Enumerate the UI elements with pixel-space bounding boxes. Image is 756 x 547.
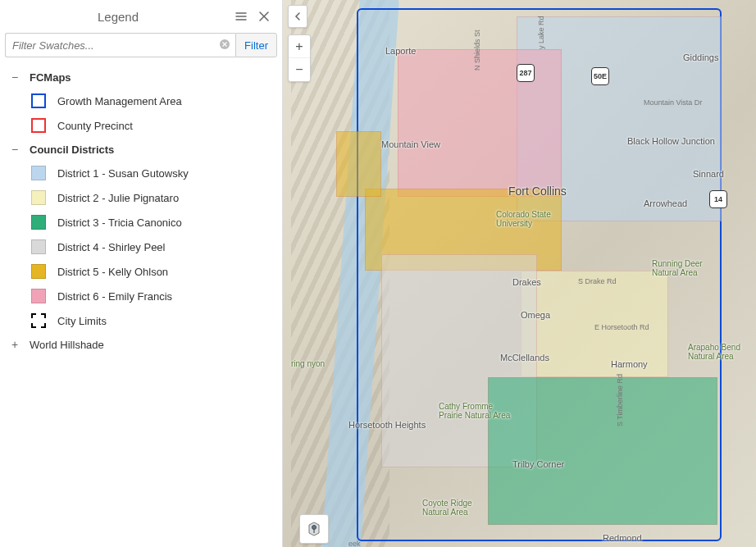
svg-point-1 [312, 526, 317, 530]
group-label: Council Districts [30, 144, 114, 156]
group-label: World Hillshade [30, 339, 104, 351]
road-label: S Drake Rd [578, 277, 617, 285]
place-label: Black Hollow Junction [627, 136, 715, 146]
legend-item-d5[interactable]: District 5 - Kelly Ohlson [0, 259, 282, 284]
highway-shield: 287 [517, 64, 535, 82]
legend-title: Legend [10, 10, 226, 24]
swatch [31, 166, 46, 180]
natural-area-label: Arapaho Bend Natural Area [688, 343, 756, 361]
collapse-icon: − [8, 71, 21, 84]
item-label: District 3 - Tricia Canonico [57, 217, 182, 229]
item-label: District 2 - Julie Pignataro [57, 192, 179, 204]
legend-header: Legend [0, 0, 282, 33]
natural-area-label: Running Deer Natural Area [652, 259, 726, 277]
road-label: N Shields St [473, 30, 481, 71]
legend-item-d4[interactable]: District 4 - Shirley Peel [0, 235, 282, 259]
item-label: District 6 - Emily Francis [57, 290, 172, 303]
natural-area-label: ring nyon [291, 359, 325, 368]
highway-shield: 50E [591, 67, 609, 85]
place-label: Harmony [611, 359, 648, 369]
legend-body: − FCMaps Growth Management Area County P… [0, 62, 282, 547]
legend-item-precinct[interactable]: County Precinct [0, 113, 282, 138]
zoom-control: + − [288, 34, 311, 82]
filter-row: Filter [0, 33, 282, 62]
swatch [31, 264, 46, 279]
item-label: Growth Management Area [57, 95, 182, 107]
collapse-icon: − [8, 143, 21, 156]
place-label: Redmond [603, 533, 642, 543]
legend-item-d6[interactable]: District 6 - Emily Francis [0, 284, 282, 308]
swatch [31, 190, 46, 205]
item-label: County Precinct [57, 120, 133, 132]
road-label: E Horsetooth Rd [594, 323, 649, 331]
district-6 [398, 49, 562, 197]
item-label: City Limits [57, 315, 107, 327]
item-label: District 4 - Shirley Peel [57, 241, 165, 253]
highway-shield: 14 [709, 190, 727, 208]
place-label: Giddings [683, 52, 718, 62]
zoom-out-button[interactable]: − [289, 58, 310, 81]
city-label: Fort Collins [508, 185, 567, 198]
basemap-button[interactable] [299, 514, 329, 544]
road-label: Mountain Vista Dr [644, 98, 702, 107]
legend-item-d2[interactable]: District 2 - Julie Pignataro [0, 185, 282, 210]
place-label: Sinnard [693, 169, 724, 179]
filter-button[interactable]: Filter [235, 33, 277, 57]
place-label: Horsetooth Heights [348, 420, 426, 430]
place-label: McClellands [500, 353, 549, 362]
road-label: S Timberline Rd [616, 374, 624, 426]
swatch-outline-blue [31, 93, 46, 108]
legend-item-d3[interactable]: District 3 - Tricia Canonico [0, 210, 282, 235]
natural-area-label: Colorado State University [496, 210, 570, 228]
natural-area-label: Coyote Ridge Natural Area [422, 499, 496, 517]
group-hillshade[interactable]: + World Hillshade [0, 333, 282, 356]
legend-panel: Legend Filter − FCMaps Growth Management… [0, 0, 283, 547]
swatch-outline-red [31, 118, 46, 133]
swatch-dashed [31, 313, 46, 328]
group-fcmaps[interactable]: − FCMaps [0, 66, 282, 89]
legend-item-citylimits[interactable]: City Limits [0, 308, 282, 333]
expand-icon: + [8, 338, 21, 351]
swatch [31, 289, 46, 303]
place-label: Omega [521, 310, 550, 320]
place-label: Drakes [512, 277, 541, 287]
zoom-in-button[interactable]: + [289, 35, 310, 58]
legend-item-d1[interactable]: District 1 - Susan Gutowsky [0, 161, 282, 185]
legend-item-gma[interactable]: Growth Management Area [0, 89, 282, 113]
group-label: FCMaps [30, 71, 71, 84]
clear-icon[interactable] [219, 39, 230, 52]
map-canvas[interactable]: Fort Collins LaporteGiddingsMountain Vie… [283, 0, 756, 547]
item-label: District 5 - Kelly Ohlson [57, 266, 168, 278]
swatch [31, 239, 46, 254]
place-label: Arrowhead [644, 198, 687, 208]
district-3 [488, 377, 717, 525]
natural-area-label: Cathy Fromme Prairie Natural Area [439, 402, 512, 420]
place-label: Mountain View [381, 139, 440, 149]
collapse-panel-button[interactable] [288, 5, 307, 28]
group-council[interactable]: − Council Districts [0, 138, 282, 161]
close-icon[interactable] [256, 8, 272, 25]
item-label: District 1 - Susan Gutowsky [57, 167, 189, 180]
menu-icon[interactable] [233, 8, 249, 25]
place-label: Laporte [385, 46, 416, 56]
swatch [31, 215, 46, 230]
filter-input-wrap [5, 33, 235, 57]
filter-input[interactable] [12, 39, 212, 52]
district-5b [336, 131, 381, 197]
road-label: y Lake Rd [537, 16, 545, 49]
place-label: Trilby Corner [512, 459, 564, 469]
road-label: eek [348, 540, 361, 547]
